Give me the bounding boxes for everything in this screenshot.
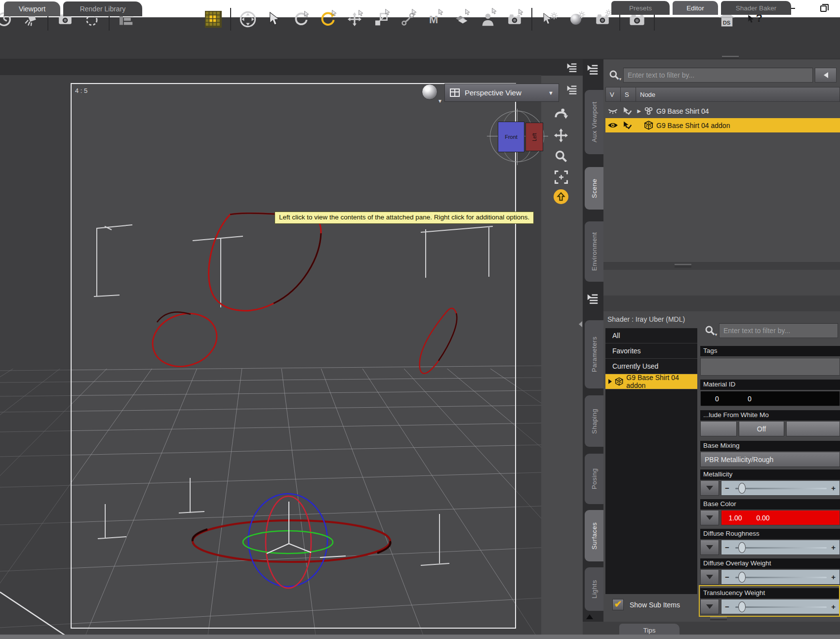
diffuse-overlay-slider[interactable]: −+ [721,569,840,585]
aim-icon[interactable] [551,188,571,206]
prop-material-id-body: 0 0 [700,391,840,406]
surfaces-pane-menu-icon[interactable] [585,292,600,306]
frame-icon[interactable] [551,168,571,186]
side-tab-parameters[interactable]: Parameters [585,320,603,388]
viewport-options-menu-icon[interactable] [564,83,580,97]
diffuse-roughness-slider[interactable]: −+ [721,540,840,555]
prop-exclude-white-label: ...lude From White Mo [700,410,840,421]
side-tab-posing[interactable]: Posing [585,454,603,504]
rotate-view-tool-icon[interactable] [291,8,311,31]
chevron-down-icon: ▼ [438,98,442,104]
rotate-gizmo [193,494,391,588]
drawstyle-sphere-icon[interactable]: ▼ [422,84,440,103]
restore-icon[interactable] [815,2,832,15]
base-color-swatch[interactable]: 1.00 0.00 [721,510,840,525]
pan-icon[interactable] [551,127,571,144]
side-tab-aux-viewport[interactable]: Aux Viewport [585,90,603,154]
eye-closed-icon[interactable] [605,107,620,115]
side-tab-lights[interactable]: Lights [585,567,603,611]
side-tab-environment[interactable]: Environment [585,221,603,282]
measure-tool-icon[interactable]: M [425,8,444,31]
list-item-all[interactable]: All [605,328,697,343]
camera-view-selector[interactable]: Perspective View ▼ [444,84,559,102]
exclude-white-right-button[interactable] [786,421,840,436]
node-selection-tool-icon[interactable] [265,8,284,31]
slider-knob[interactable] [738,542,746,553]
list-item-currently-used[interactable]: Currently Used [605,359,697,374]
tags-input[interactable] [700,358,840,376]
pane-splitter[interactable] [603,262,840,270]
tab-shader-baker[interactable]: Shader Baker [721,1,791,15]
tab-viewport[interactable]: Viewport [4,1,60,16]
material-id-field[interactable]: 0 0 [700,391,840,406]
joint-editor-tool-icon[interactable] [398,8,418,31]
column-selectable[interactable]: S [621,87,636,102]
side-tab-shaping[interactable]: Shaping [585,395,603,447]
column-visible[interactable]: V [605,87,621,102]
zoom-icon[interactable] [551,147,571,165]
base-mixing-select[interactable]: PBR Metallicity/Rough [700,452,840,467]
tips-splitter-grip[interactable] [710,617,727,620]
orbit-icon[interactable] [551,106,571,124]
scene-filter-input[interactable] [623,68,813,83]
list-item-favorites[interactable]: Favorites [605,343,697,359]
frame-render-icon[interactable] [593,8,612,31]
tab-render-library[interactable]: Render Library [63,1,142,16]
diffuse-overlay-dropdown-button[interactable] [700,569,719,585]
tab-editor[interactable]: Editor [673,1,718,15]
viewport-pane-menu-icon[interactable] [564,61,580,75]
spot-render-tool-icon[interactable] [505,8,524,31]
cursor-check-icon[interactable] [620,121,635,129]
panel-collapse-icon[interactable] [579,321,582,327]
tab-presets[interactable]: Presets [611,1,670,15]
translucency-highlight-border [699,585,840,617]
property-filter-input[interactable] [719,323,838,338]
translate-tool-icon[interactable] [345,8,364,31]
filter-clear-button[interactable] [815,68,837,83]
eye-open-icon[interactable] [605,122,620,129]
prop-base-mixing-body: PBR Metallicity/Rough [700,452,840,467]
viewport-scene [0,75,541,639]
pane-grip[interactable] [722,56,739,59]
exclude-white-left-button[interactable] [700,421,737,436]
scene-row-shirt[interactable]: ▶ G9 Base Shirt 04 [605,104,840,118]
expand-arrow-icon [608,379,612,384]
view-cube[interactable]: Front Left [490,111,545,163]
view-cube-left-face[interactable]: Left [525,123,543,151]
search-icon[interactable]: ▼ [605,68,623,83]
slider-knob[interactable] [738,572,746,583]
side-tab-surfaces[interactable]: Surfaces [585,510,603,561]
metallicity-slider[interactable]: −+ [721,480,840,496]
slider-knob[interactable] [738,483,746,494]
surface-selection-tool-icon[interactable] [451,8,471,31]
scene-row-shirt-addon[interactable]: G9 Base Shirt 04 addon [605,118,840,132]
tab-scroll-up-icon[interactable] [585,613,595,621]
viewport-3d[interactable] [0,75,541,639]
group-icon [644,106,653,116]
scene-pane-menu-icon[interactable] [585,63,600,77]
column-node[interactable]: Node [636,87,840,102]
search-icon[interactable]: ▼ [701,323,719,338]
garment-curves [146,213,457,375]
render-settings-icon[interactable] [566,8,586,31]
scale-tool-icon[interactable] [371,8,391,31]
prop-base-color-body: 1.00 0.00 [700,510,840,525]
metallicity-dropdown-button[interactable] [700,480,719,496]
view-cube-front-face[interactable]: Front [498,122,524,152]
expand-arrow-icon[interactable]: ▶ [635,108,643,114]
list-item-selected-material[interactable]: G9 Base Shirt 04 addon [605,374,697,389]
figure-selection-tool-icon[interactable] [478,8,498,31]
exclude-white-off-button[interactable]: Off [739,421,784,436]
side-tab-scene[interactable]: Scene [585,167,603,210]
base-color-dropdown-button[interactable] [700,510,719,525]
rotate-tool-active-icon[interactable] [318,8,338,31]
viewport-window-icon [450,88,460,97]
cursor-check-icon[interactable] [620,107,635,115]
active-pane-grid-icon[interactable] [203,8,223,31]
tool-settings-icon[interactable] [539,8,559,31]
diffuse-roughness-dropdown-button[interactable] [700,540,719,555]
splitter-grip[interactable] [675,264,691,267]
editor-tab-bar [603,296,840,311]
viewport-nav-icon[interactable] [238,8,258,31]
show-sub-items-checkbox[interactable]: ✔ [612,599,624,610]
